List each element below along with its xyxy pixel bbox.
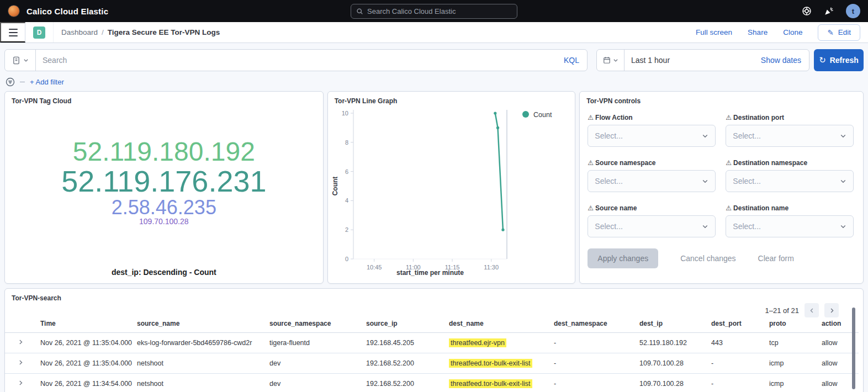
column-header[interactable]: dest_port <box>707 316 765 333</box>
expand-chevron-icon <box>18 339 24 345</box>
column-header[interactable]: dest_name <box>444 316 549 333</box>
control-select[interactable]: Select... <box>726 215 854 237</box>
warning-icon: ⚠ <box>726 204 732 212</box>
panel-title: Tor-VPN Line Graph <box>328 92 575 105</box>
help-icon[interactable] <box>802 6 812 16</box>
svg-text:6: 6 <box>345 168 348 175</box>
control-select[interactable]: Select... <box>726 170 854 192</box>
warning-icon: ⚠ <box>726 159 732 167</box>
table-cell: threatfeed.tor-bulk-exit-list <box>444 353 549 374</box>
table-row: Nov 26, 2021 @ 11:35:04.000netshootdev19… <box>5 353 859 374</box>
news-party-icon[interactable] <box>824 6 834 16</box>
refresh-button[interactable]: ↻ Refresh <box>814 49 864 71</box>
prev-page-button[interactable] <box>805 303 819 317</box>
expand-row-button[interactable] <box>5 333 36 353</box>
refresh-button-label: Refresh <box>830 56 859 65</box>
time-range-picker[interactable]: Last 1 hour Show dates <box>596 49 809 71</box>
user-avatar[interactable]: t <box>846 4 860 18</box>
panel-title: Tor-VPN Tag Cloud <box>5 92 323 105</box>
add-filter-link[interactable]: + Add filter <box>30 78 64 86</box>
tag-cloud-term[interactable]: 109.70.100.28 <box>139 218 189 226</box>
table-cell: - <box>707 353 765 374</box>
column-header[interactable]: Time <box>36 316 133 333</box>
svg-text:10:45: 10:45 <box>367 264 382 271</box>
tag-cloud-term[interactable]: 2.58.46.235 <box>112 197 216 218</box>
table-row: Nov 26, 2021 @ 11:35:04.000eks-log-forwa… <box>5 333 859 353</box>
table-cell: threatfeed.ejr-vpn <box>444 333 549 353</box>
clone-link[interactable]: Clone <box>783 28 802 36</box>
full-screen-link[interactable]: Full screen <box>696 28 732 36</box>
table-body: Nov 26, 2021 @ 11:35:04.000eks-log-forwa… <box>5 333 859 392</box>
edit-button[interactable]: ✎ Edit <box>818 24 860 41</box>
highlighted-value: threatfeed.tor-bulk-exit-list <box>449 359 532 368</box>
svg-text:Count: Count <box>533 111 552 119</box>
expand-row-button[interactable] <box>5 374 36 392</box>
pagination-label: 1–21 of 21 <box>765 306 799 315</box>
query-search-input[interactable] <box>36 56 556 65</box>
table-cell: threatfeed.tor-bulk-exit-list <box>444 374 549 392</box>
chevron-down-icon <box>840 178 846 184</box>
table-cell: - <box>549 374 635 392</box>
control-select[interactable]: Select... <box>726 125 854 147</box>
column-header[interactable]: source_name <box>133 316 265 333</box>
control-select[interactable]: Select... <box>588 215 716 237</box>
results-table: Timesource_namesource_namespacesource_ip… <box>5 316 859 392</box>
tag-cloud-term[interactable]: 52.119.180.192 <box>73 138 255 166</box>
share-link[interactable]: Share <box>748 28 768 36</box>
warning-icon: ⚠ <box>588 204 594 212</box>
breadcrumb-root[interactable]: Dashboard <box>61 28 98 36</box>
column-header[interactable]: dest_namespace <box>549 316 635 333</box>
control-field-label: ⚠Destination name <box>726 204 854 212</box>
controls-grid: ⚠Flow ActionSelect...⚠Destination portSe… <box>580 105 863 237</box>
svg-text:4: 4 <box>345 197 348 204</box>
app-logo-icon <box>8 5 20 17</box>
menu-hamburger-button[interactable] <box>0 22 25 43</box>
tag-cloud-panel: Tor-VPN Tag Cloud 52.119.180.19252.119.1… <box>4 91 324 284</box>
table-cell: dev <box>265 353 362 374</box>
saved-query-menu-button[interactable] <box>5 50 36 71</box>
control-field-label: ⚠Source namespace <box>588 159 716 167</box>
global-search-box[interactable] <box>351 4 517 19</box>
control-select[interactable]: Select... <box>588 125 716 147</box>
panel-title: Tor-VPN-search <box>5 289 863 302</box>
table-cell: 192.168.52.200 <box>362 353 444 374</box>
app-brand-title: Calico Cloud Elastic <box>27 7 108 16</box>
table-cell: 109.70.100.28 <box>635 374 707 392</box>
svg-text:2: 2 <box>345 226 348 233</box>
search-table-panel: Tor-VPN-search 1–21 of 21 Timesource_nam… <box>4 288 864 392</box>
column-header[interactable]: source_namespace <box>265 316 362 333</box>
chevron-down-icon <box>840 223 846 230</box>
kql-language-button[interactable]: KQL <box>556 56 587 65</box>
apply-changes-button[interactable]: Apply changes <box>588 248 658 268</box>
dashboard-space-badge[interactable]: D <box>33 27 45 39</box>
search-icon <box>356 8 363 15</box>
table-cell: 443 <box>707 333 765 353</box>
global-search-input[interactable] <box>367 7 512 15</box>
table-cell: icmp <box>765 374 817 392</box>
expand-row-button[interactable] <box>5 353 36 374</box>
control-field: ⚠Destination namespaceSelect... <box>726 159 854 192</box>
warning-icon: ⚠ <box>588 159 594 167</box>
warning-icon: ⚠ <box>588 114 594 121</box>
next-page-button[interactable] <box>824 303 839 317</box>
control-field-label: ⚠Destination namespace <box>726 159 854 167</box>
highlighted-value: threatfeed.tor-bulk-exit-list <box>449 379 532 388</box>
kql-search-box[interactable]: KQL <box>4 49 588 71</box>
tag-cloud-term[interactable]: 52.119.176.231 <box>61 166 266 197</box>
vertical-scrollbar-thumb[interactable] <box>852 308 855 389</box>
table-cell: icmp <box>765 353 817 374</box>
control-select[interactable]: Select... <box>588 170 716 192</box>
show-dates-link[interactable]: Show dates <box>761 56 809 65</box>
control-field: ⚠Destination portSelect... <box>726 114 854 147</box>
control-field-label: ⚠Destination port <box>726 114 854 121</box>
calendar-menu-button[interactable] <box>597 50 624 71</box>
control-field-label: ⚠Source name <box>588 204 716 212</box>
column-header[interactable]: dest_ip <box>635 316 707 333</box>
filter-circle-icon[interactable] <box>6 77 15 87</box>
clear-form-button[interactable]: Clear form <box>758 254 794 263</box>
cancel-changes-button[interactable]: Cancel changes <box>680 254 735 263</box>
chevron-down-icon <box>702 133 708 139</box>
time-range-value[interactable]: Last 1 hour <box>624 56 670 65</box>
column-header[interactable]: source_ip <box>362 316 444 333</box>
column-header[interactable]: proto <box>765 316 817 333</box>
